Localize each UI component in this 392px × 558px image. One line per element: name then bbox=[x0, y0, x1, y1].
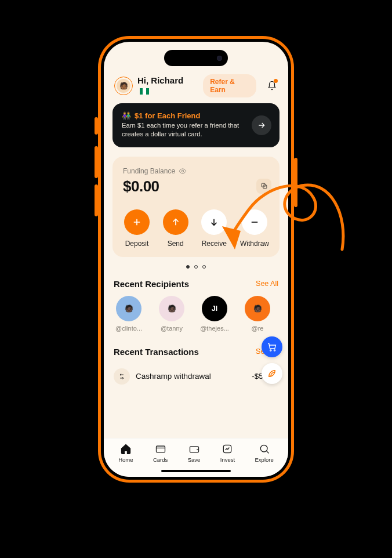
promo-arrow-button[interactable] bbox=[252, 115, 271, 135]
dynamic-island bbox=[164, 50, 228, 66]
promo-banner[interactable]: 👫$1 for Each Friend Earn $1 each time yo… bbox=[112, 103, 280, 147]
volume-up-button bbox=[95, 146, 98, 178]
transactions-title: Recent Transactions bbox=[114, 347, 199, 357]
volume-down-button bbox=[95, 184, 98, 216]
deposit-button[interactable]: Deposit bbox=[124, 209, 150, 248]
recipient-avatar: JI bbox=[202, 296, 227, 321]
recipient-handle: @clinto... bbox=[115, 325, 142, 332]
recipients-header: Recent Recipients See All bbox=[114, 279, 278, 289]
svg-point-8 bbox=[260, 445, 267, 452]
nav-save[interactable]: Save bbox=[188, 443, 201, 463]
front-camera bbox=[217, 56, 222, 61]
minus-icon bbox=[249, 217, 260, 227]
withdraw-button[interactable]: Withdraw bbox=[240, 209, 269, 248]
app-header: 🧑🏾 Hi, Richard Refer & Earn bbox=[104, 70, 288, 103]
greeting-wrap: Hi, Richard bbox=[137, 75, 194, 96]
cart-fab[interactable] bbox=[262, 336, 282, 357]
arrow-up-icon bbox=[170, 217, 181, 227]
transaction-title: Cashramp withdrawal bbox=[136, 372, 246, 381]
withdraw-label: Withdraw bbox=[240, 240, 269, 248]
recipient-avatar: 🧑🏿 bbox=[159, 296, 184, 321]
balance-label: Funding Balance bbox=[123, 167, 270, 175]
friends-emoji-icon: 👫 bbox=[122, 111, 131, 120]
recipients-title: Recent Recipients bbox=[114, 279, 189, 289]
recipient-handle: @re bbox=[252, 325, 264, 332]
balance-amount: $0.00 bbox=[123, 177, 270, 195]
profile-avatar[interactable]: 🧑🏾 bbox=[114, 77, 133, 95]
country-flag-nigeria bbox=[140, 88, 149, 95]
page-indicator bbox=[112, 265, 280, 269]
home-indicator bbox=[104, 465, 288, 477]
svg-point-3 bbox=[270, 350, 271, 351]
explore-icon bbox=[259, 443, 270, 455]
wallet-icon bbox=[188, 443, 200, 455]
nav-save-label: Save bbox=[188, 456, 201, 463]
bottom-nav: Home Cards Save Invest Explore bbox=[104, 438, 288, 465]
receive-label: Receive bbox=[202, 240, 227, 248]
arrow-down-icon bbox=[209, 217, 219, 227]
receive-button[interactable]: Receive bbox=[201, 209, 227, 248]
svg-rect-5 bbox=[156, 446, 165, 452]
power-button bbox=[294, 158, 297, 207]
cards-icon bbox=[155, 443, 166, 455]
send-button[interactable]: Send bbox=[163, 209, 188, 248]
recipient-handle: @thejes... bbox=[200, 325, 229, 332]
promo-title: 👫$1 for Each Friend bbox=[122, 111, 247, 120]
leaf-fab[interactable] bbox=[262, 363, 282, 384]
promo-subtitle: Earn $1 each time you refer a friend tha… bbox=[122, 121, 247, 139]
transactions-header: Recent Transactions See All bbox=[114, 347, 278, 357]
eye-icon[interactable] bbox=[179, 167, 187, 175]
nav-home[interactable]: Home bbox=[118, 443, 133, 463]
recipient-handle: @tanny bbox=[161, 325, 183, 332]
recipient-item[interactable]: 🧑🏿@clinto... bbox=[114, 296, 144, 332]
copy-button[interactable] bbox=[256, 179, 271, 194]
nav-cards[interactable]: Cards bbox=[153, 443, 168, 463]
copy-icon bbox=[260, 182, 268, 190]
notifications-button[interactable] bbox=[266, 79, 278, 92]
leaf-icon bbox=[267, 368, 277, 379]
recipient-avatar: 🧑🏿 bbox=[116, 296, 141, 321]
recipients-see-all[interactable]: See All bbox=[256, 280, 278, 288]
recipient-avatar: 🧑🏿 bbox=[245, 296, 270, 321]
transaction-row[interactable]: Cashramp withdrawal -$50.00 bbox=[112, 364, 280, 385]
deposit-label: Deposit bbox=[125, 240, 149, 248]
avatar-image: 🧑🏾 bbox=[117, 79, 130, 93]
notification-dot bbox=[274, 79, 278, 83]
balance-card: Funding Balance $0.00 Deposit bbox=[112, 157, 280, 257]
recipient-item[interactable]: JI@thejes... bbox=[199, 296, 230, 332]
nav-home-label: Home bbox=[118, 456, 133, 463]
arrow-right-icon bbox=[257, 121, 266, 130]
invest-icon bbox=[222, 443, 233, 455]
recipient-item[interactable]: 🧑🏿@re bbox=[242, 296, 273, 332]
nav-explore[interactable]: Explore bbox=[255, 443, 274, 463]
transaction-icon-wrap bbox=[114, 368, 130, 385]
volume-button bbox=[95, 117, 98, 135]
plus-icon bbox=[132, 217, 142, 227]
phone-frame: 🧑🏾 Hi, Richard Refer & Earn bbox=[98, 36, 294, 483]
nav-invest[interactable]: Invest bbox=[220, 443, 235, 463]
send-label: Send bbox=[168, 240, 184, 248]
svg-point-0 bbox=[182, 170, 184, 172]
recipient-item[interactable]: 🧑🏿@tanny bbox=[157, 296, 187, 332]
svg-point-4 bbox=[274, 350, 275, 351]
home-icon bbox=[120, 443, 132, 455]
nav-invest-label: Invest bbox=[220, 456, 235, 463]
refer-and-earn-button[interactable]: Refer & Earn bbox=[203, 74, 256, 97]
recipients-row: 🧑🏿@clinto...🧑🏿@tannyJI@thejes...🧑🏿@re bbox=[112, 296, 280, 332]
greeting-text: Hi, Richard bbox=[137, 75, 183, 85]
cart-icon bbox=[267, 342, 277, 352]
exchange-icon bbox=[118, 372, 126, 381]
app-screen: 🧑🏾 Hi, Richard Refer & Earn bbox=[104, 42, 288, 477]
nav-explore-label: Explore bbox=[255, 456, 274, 463]
nav-cards-label: Cards bbox=[153, 456, 168, 463]
